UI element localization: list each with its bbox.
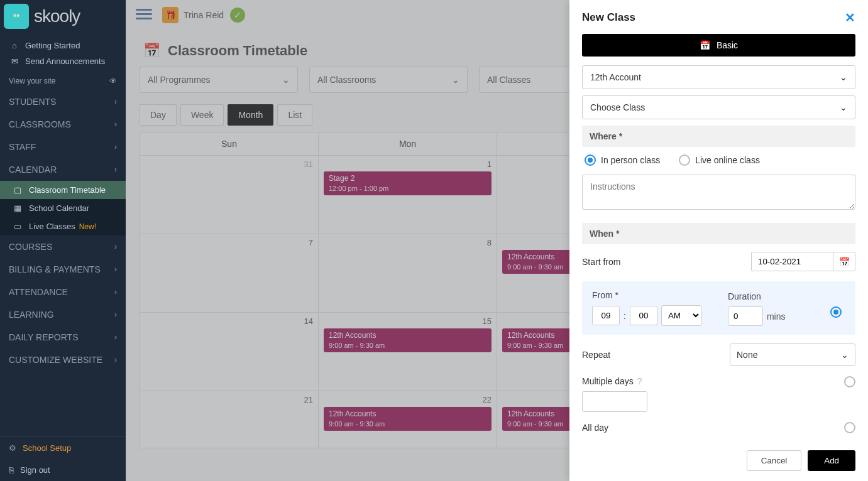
new-badge: New! [79,222,96,231]
cal-date: 22 [324,395,492,404]
nav-group-staff[interactable]: STAFF› [0,136,126,158]
nav-group-learning[interactable]: LEARNING› [0,303,126,326]
multiday-radio[interactable] [844,376,855,387]
class-select[interactable]: Choose Class ⌄ [582,95,855,119]
multiday-input[interactable] [582,391,647,412]
from-radio-selected[interactable] [830,306,842,318]
nav-group-customize-website[interactable]: CUSTOMIZE WEBSITE› [0,349,126,371]
bookmark-icon: ▢ [14,185,24,195]
megaphone-icon: ✉ [9,57,20,66]
chevron-down-icon: ⌄ [452,75,459,85]
add-button[interactable]: Add [808,450,855,471]
chevron-right-icon: › [114,242,117,251]
new-class-panel: New Class ✕ 📅 Basic 12th Account ⌄ Choos… [569,0,868,481]
repeat-label: Repeat [582,350,610,360]
nav-label: Send Announcements [25,57,105,66]
cal-header-cell: Mon [319,132,497,155]
duration-label: Duration [728,291,786,301]
radio-icon[interactable] [679,154,690,166]
gift-icon: 🎁 [162,7,179,23]
nav-school-calendar[interactable]: ▦ School Calendar [0,199,126,217]
from-ampm-select[interactable]: AM [661,305,701,326]
view-site-link[interactable]: View your site 👁 [0,72,126,90]
allday-label: All day [582,423,608,433]
cal-cell[interactable]: 21 [140,391,319,448]
sidebar: skooly ⌂ Getting Started ✉ Send Announce… [0,0,126,481]
programme-select[interactable]: 12th Account ⌄ [582,65,855,89]
svg-point-3 [18,15,19,16]
cal-cell[interactable]: 31 [140,156,319,234]
cal-date: 8 [324,238,492,247]
check-icon: ✓ [230,8,245,23]
nav-live-classes[interactable]: ▭ Live Classes New! [0,217,126,235]
user-name: Trina Reid [184,10,224,20]
view-week[interactable]: Week [180,104,224,126]
from-label: From * [592,290,701,300]
nav-quick: ⌂ Getting Started ✉ Send Announcements [0,33,126,72]
cancel-button[interactable]: Cancel [747,450,802,471]
multiday-label: Multiple days [582,376,634,386]
calendar-event[interactable]: 12th Accounts9:00 am - 9:30 am [324,407,492,431]
cal-cell[interactable]: 8 [319,234,497,312]
hamburger-icon[interactable] [136,9,152,21]
nav-group-courses[interactable]: COURSES› [0,235,126,258]
chevron-down-icon: ⌄ [840,72,847,82]
repeat-select[interactable]: None ⌄ [730,343,855,366]
cal-cell[interactable]: 1512th Accounts9:00 am - 9:30 am [319,313,497,391]
where-online-option[interactable]: Live online class [679,154,760,166]
start-from-label: Start from [582,257,620,267]
svg-point-2 [14,15,16,16]
basic-button[interactable]: 📅 Basic [582,34,855,57]
start-date-input[interactable] [751,252,833,271]
filter-classrooms[interactable]: All Classrooms⌄ [309,67,468,93]
chevron-right-icon: › [114,120,117,129]
nav-group-calendar[interactable]: CALENDAR› [0,158,126,181]
chevron-right-icon: › [114,97,117,106]
nav-group-daily-reports[interactable]: DAILY REPORTS› [0,326,126,349]
date-picker-button[interactable]: 📅 [833,252,855,271]
chevron-down-icon: ⌄ [840,102,847,112]
cal-cell[interactable]: 1Stage 212:00 pm - 1:00 pm [319,156,497,234]
nav-getting-started[interactable]: ⌂ Getting Started [0,38,126,53]
nav-group-classrooms[interactable]: CLASSROOMS› [0,113,126,136]
signout-icon: ⎘ [9,465,14,475]
cal-cell[interactable]: 7 [140,234,319,312]
nav-label: Getting Started [25,41,80,50]
duration-input[interactable] [728,306,763,326]
nav-classroom-timetable[interactable]: ▢ Classroom Timetable [0,181,126,199]
brand-logo[interactable]: skooly [0,0,126,33]
chevron-right-icon: › [114,333,117,342]
cal-header-cell: Sun [140,132,319,155]
filter-programmes[interactable]: All Programmes⌄ [140,67,298,93]
cal-date: 21 [145,395,313,404]
chevron-right-icon: › [114,165,117,174]
cal-cell[interactable]: 2212th Accounts9:00 am - 9:30 am [319,391,497,448]
view-day[interactable]: Day [140,104,177,126]
calendar-event[interactable]: Stage 212:00 pm - 1:00 pm [324,171,492,195]
radio-selected-icon[interactable] [585,154,596,166]
nav-group-billing[interactable]: BILLING & PAYMENTS› [0,258,126,281]
cal-date: 14 [145,316,313,326]
nav-group-students[interactable]: STUDENTS› [0,90,126,113]
from-hour-input[interactable] [592,306,620,325]
chevron-right-icon: › [114,310,117,319]
help-icon[interactable]: ? [637,376,642,386]
close-icon[interactable]: ✕ [845,10,855,25]
view-month[interactable]: Month [228,104,273,126]
cal-cell[interactable]: 14 [140,313,319,391]
allday-radio[interactable] [844,422,855,433]
nav-send-announcements[interactable]: ✉ Send Announcements [0,53,126,69]
nav-school-setup[interactable]: ⚙ School Setup [0,436,126,459]
user-chip[interactable]: 🎁 Trina Reid ✓ [162,7,245,23]
from-min-input[interactable] [630,306,657,325]
nav-group-attendance[interactable]: ATTENDANCE› [0,281,126,303]
chevron-right-icon: › [114,265,117,274]
home-icon: ⌂ [9,41,20,50]
calendar-event[interactable]: 12th Accounts9:00 am - 9:30 am [324,328,492,352]
instructions-input[interactable] [582,175,855,210]
when-section-label: When * [582,223,855,244]
nav-signout[interactable]: ⎘ Sign out [0,459,126,481]
view-list[interactable]: List [277,104,312,126]
from-block: From * : AM Duration mins [582,281,855,335]
where-inperson-option[interactable]: In person class [585,154,660,166]
